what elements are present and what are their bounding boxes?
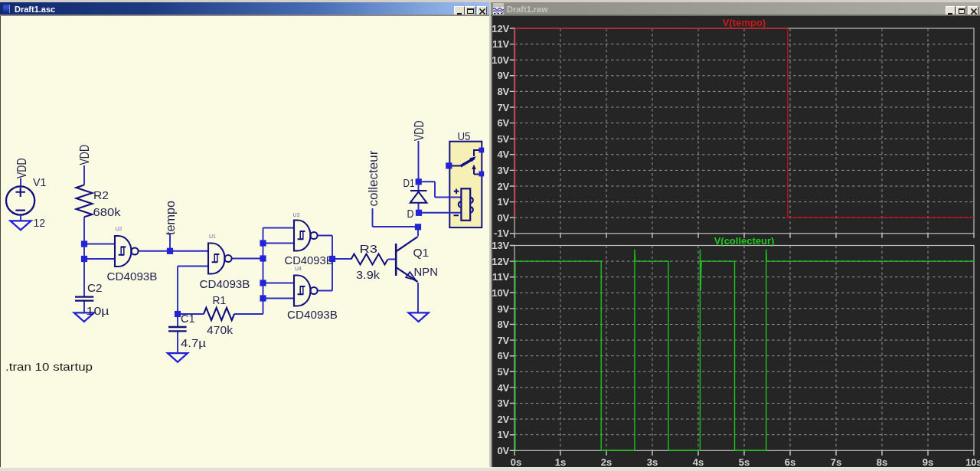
svg-text:D: D <box>407 207 414 220</box>
svg-text:CD4093B: CD4093B <box>107 270 158 283</box>
svg-text:12: 12 <box>34 216 46 229</box>
svg-text:D1: D1 <box>403 176 415 189</box>
svg-text:7V: 7V <box>497 102 509 113</box>
svg-text:V(tempo): V(tempo) <box>723 17 766 28</box>
svg-text:8V: 8V <box>497 319 509 330</box>
svg-text:2V: 2V <box>497 181 509 192</box>
svg-text:V(collecteur): V(collecteur) <box>714 235 775 247</box>
svg-text:U5: U5 <box>458 129 471 142</box>
svg-text:680k: 680k <box>93 205 121 218</box>
svg-text:5s: 5s <box>739 456 750 468</box>
svg-text:6s: 6s <box>785 456 795 468</box>
svg-text:2s: 2s <box>601 456 612 468</box>
svg-text:CD4093B: CD4093B <box>287 308 338 321</box>
svg-text:4s: 4s <box>693 456 704 468</box>
svg-text:5V: 5V <box>497 366 509 378</box>
svg-text:3V: 3V <box>497 165 509 176</box>
svg-text:1s: 1s <box>555 456 566 468</box>
svg-text:0V: 0V <box>497 445 509 456</box>
svg-text:U1: U1 <box>209 234 216 239</box>
svg-text:7V: 7V <box>497 335 509 346</box>
svg-text:5V: 5V <box>497 133 509 145</box>
svg-text:4V: 4V <box>497 382 509 394</box>
svg-text:1V: 1V <box>497 429 509 440</box>
svg-text:8V: 8V <box>497 86 509 97</box>
svg-text:U4: U4 <box>295 266 302 271</box>
svg-text:7s: 7s <box>831 456 841 468</box>
svg-text:10µ: 10µ <box>87 304 109 317</box>
svg-text:1V: 1V <box>497 196 509 208</box>
svg-text:3.9k: 3.9k <box>356 268 380 281</box>
svg-text:VDD: VDD <box>413 121 426 142</box>
svg-text:3s: 3s <box>647 456 658 468</box>
svg-text:13V: 13V <box>492 240 509 251</box>
svg-text:10s: 10s <box>965 456 980 468</box>
svg-text:Q1: Q1 <box>413 246 430 259</box>
svg-text:.tran 10 startup: .tran 10 startup <box>5 360 93 373</box>
svg-text:10V: 10V <box>492 287 509 299</box>
svg-text:10V: 10V <box>492 54 509 66</box>
svg-text:4.7µ: 4.7µ <box>181 336 206 349</box>
svg-text:0V: 0V <box>497 212 509 224</box>
svg-text:12V: 12V <box>492 256 509 267</box>
svg-text:C2: C2 <box>87 281 103 294</box>
svg-text:9V: 9V <box>497 70 509 81</box>
svg-text:4V: 4V <box>497 149 509 160</box>
svg-text:3V: 3V <box>497 397 509 409</box>
svg-text:VDD: VDD <box>15 159 28 179</box>
svg-text:-1V: -1V <box>494 227 510 239</box>
svg-text:collecteur: collecteur <box>367 150 380 207</box>
svg-text:tempo: tempo <box>164 201 177 235</box>
svg-text:C1: C1 <box>181 312 195 325</box>
svg-text:CD4093B: CD4093B <box>200 277 250 290</box>
svg-text:470k: 470k <box>207 323 233 336</box>
svg-text:8s: 8s <box>877 456 887 468</box>
svg-text:R3: R3 <box>360 242 378 255</box>
svg-text:6V: 6V <box>497 117 509 129</box>
svg-text:6V: 6V <box>497 350 509 361</box>
svg-text:U2: U2 <box>116 226 122 231</box>
svg-text:U3: U3 <box>293 212 300 218</box>
svg-text:11V: 11V <box>492 38 510 50</box>
svg-text:9V: 9V <box>497 303 509 315</box>
svg-text:VDD: VDD <box>78 145 91 165</box>
svg-text:R2: R2 <box>93 188 109 201</box>
svg-text:2V: 2V <box>497 414 509 425</box>
svg-text:12V: 12V <box>492 23 509 34</box>
svg-text:R1: R1 <box>213 293 227 306</box>
svg-text:9s: 9s <box>923 456 933 468</box>
svg-text:0s: 0s <box>511 456 521 468</box>
svg-text:V1: V1 <box>33 175 47 188</box>
svg-text:CD4093B: CD4093B <box>285 253 334 267</box>
svg-text:11V: 11V <box>492 271 510 283</box>
svg-text:NPN: NPN <box>414 265 438 278</box>
